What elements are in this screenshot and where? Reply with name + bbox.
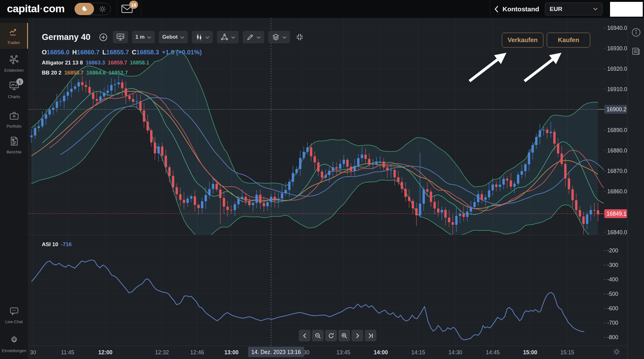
pan-left-button[interactable] [299, 330, 310, 341]
sidebar-nav: TradenEntdecken1ChartsPortfolioBerichteL… [0, 18, 28, 359]
sidebar-item-entdecken[interactable]: Entdecken [0, 54, 28, 73]
sidebar-item-traden[interactable]: Traden [0, 23, 28, 49]
sidebar-item-charts[interactable]: 1Charts [0, 81, 28, 99]
svg-text:16930.0: 16930.0 [607, 45, 627, 52]
topbar-divider [490, 0, 490, 18]
chevron-left-icon [303, 333, 307, 338]
draw-tool-select[interactable] [243, 31, 264, 43]
svg-text:30: 30 [30, 349, 36, 356]
topbar-divider [117, 0, 117, 18]
price-type-select[interactable]: Gebot [159, 31, 188, 43]
asi-legend[interactable]: ASI 10 -716 [42, 241, 72, 248]
svg-text:15:15: 15:15 [560, 349, 574, 356]
svg-text:16880.0: 16880.0 [607, 147, 627, 154]
sidebar-item-label: Charts [8, 94, 20, 99]
bollinger-legend[interactable]: BB 20 2 16858.7 16864.6 16852.7 [42, 70, 128, 76]
chart-type-monitor-button[interactable] [113, 31, 128, 43]
svg-text:16870.0: 16870.0 [607, 168, 627, 174]
svg-text:-700: -700 [607, 320, 618, 326]
chevron-down-icon [180, 36, 184, 39]
currency-select[interactable]: EUR [545, 3, 602, 15]
charts-count-badge: 1 [16, 78, 23, 85]
svg-text:-300: -300 [607, 262, 618, 268]
svg-text:14. Dez. 2023 13:16: 14. Dez. 2023 13:16 [251, 349, 301, 355]
chevron-down-icon [231, 36, 235, 39]
pan-right-button[interactable] [352, 330, 363, 341]
axis-settings-button[interactable] [613, 348, 621, 357]
svg-text:14:45: 14:45 [486, 349, 500, 356]
layers-select[interactable] [268, 31, 290, 43]
trend-icon [8, 27, 19, 38]
candle-style-select[interactable] [192, 31, 213, 43]
svg-text:13:45: 13:45 [336, 349, 350, 356]
capital-com-logo[interactable]: capital·com [7, 3, 64, 15]
monitor-icon: 1 [9, 81, 19, 92]
svg-text:12:00: 12:00 [98, 349, 113, 356]
svg-text:16890.0: 16890.0 [607, 127, 627, 133]
dark-mode-moon-icon[interactable] [75, 3, 94, 15]
sidebar-item-livechat[interactable]: Live-Chat [0, 307, 28, 324]
sidebar-item-label: Einstellungen [2, 348, 26, 353]
news-button[interactable] [631, 47, 641, 57]
reset-zoom-button[interactable] [325, 330, 337, 341]
price-axis[interactable]: 16940.016930.016920.016910.016900.016890… [598, 25, 627, 340]
zoom-out-icon [315, 333, 321, 339]
svg-text:13:00: 13:00 [225, 349, 239, 356]
buy-button[interactable]: Kaufen [547, 33, 590, 47]
top-bar: capital·com 18 Kontostand EUR [0, 0, 644, 18]
zoom-in-button[interactable] [338, 330, 350, 341]
kontostand-back[interactable]: Kontostand [494, 0, 539, 18]
collapse-panels-button[interactable] [294, 31, 305, 43]
svg-text:16920.0: 16920.0 [607, 66, 627, 72]
account-balance-redacted [610, 2, 643, 17]
svg-text:16840.0: 16840.0 [607, 229, 627, 235]
chevron-down-icon [257, 36, 261, 39]
back-chevron-icon [494, 6, 499, 13]
notifications-mail-button[interactable]: 18 [121, 4, 135, 15]
sidebar-item-portfolio[interactable]: Portfolio [0, 111, 28, 129]
chart-nav-controls [299, 330, 376, 341]
svg-text:-600: -600 [607, 305, 618, 312]
sidebar-item-label: Live-Chat [5, 319, 23, 324]
layers-icon [272, 33, 280, 41]
annotation-arrows [469, 57, 556, 81]
currency-value: EUR [550, 6, 562, 13]
svg-text:-500: -500 [607, 291, 618, 297]
time-axis[interactable]: 3011:4512:0012:3212:4613:0013:3013:4514:… [30, 347, 574, 357]
info-button[interactable] [631, 28, 641, 38]
mail-badge: 18 [129, 1, 138, 9]
pencil-icon [246, 33, 254, 41]
svg-text:-200: -200 [607, 247, 618, 254]
sidebar-item-berichte[interactable]: Berichte [0, 136, 28, 154]
light-mode-sun-icon[interactable] [94, 5, 111, 13]
monitor-chart-icon [116, 33, 125, 41]
info-icon [631, 28, 641, 37]
shapes-tool-select[interactable] [217, 31, 239, 43]
chevron-right-bar-icon [368, 333, 373, 338]
chart-toolbar: Germany 40 1 m Gebot [42, 30, 305, 44]
price-change: +1.9 (+0.01%) [162, 49, 202, 56]
svg-text:14:15: 14:15 [411, 349, 425, 356]
triangle-shapes-icon [220, 33, 229, 41]
sidebar-item-label: Portfolio [7, 124, 22, 129]
sidebar-item-einstellungen[interactable]: Einstellungen [0, 335, 28, 353]
svg-text:12:32: 12:32 [155, 349, 169, 356]
svg-text:15:00: 15:00 [523, 349, 537, 356]
sun-icon [613, 348, 621, 356]
kontostand-label: Kontostand [502, 5, 539, 13]
briefcase-icon [9, 111, 19, 122]
svg-text:16860.0: 16860.0 [607, 188, 627, 195]
theme-toggle[interactable] [75, 3, 111, 15]
go-to-latest-button[interactable] [365, 330, 376, 341]
chevron-right-icon [355, 333, 360, 338]
sell-button[interactable]: Verkaufen [502, 33, 543, 47]
interval-select[interactable]: 1 m [132, 31, 155, 43]
symbol-title: Germany 40 [42, 32, 91, 42]
svg-text:-800: -800 [607, 334, 618, 340]
svg-text:16940.0: 16940.0 [607, 25, 627, 31]
svg-text:14:30: 14:30 [448, 349, 462, 356]
alligator-legend[interactable]: Alligator 21 13 8 16863.3 16859.7 16858.… [42, 60, 149, 66]
zoom-out-button[interactable] [312, 330, 324, 341]
add-instrument-button[interactable] [98, 31, 109, 43]
svg-text:16849.1: 16849.1 [607, 211, 626, 217]
